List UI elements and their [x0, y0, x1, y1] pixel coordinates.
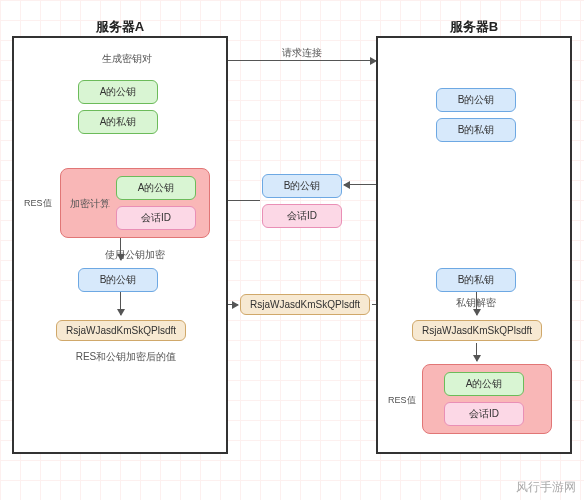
- serverB-inner-a-pub: A的公钥: [444, 372, 524, 396]
- res-cipher-label: RES和公钥加密后的值: [66, 350, 186, 364]
- mid-cipher-box: RsjaWJasdKmSkQPlsdft: [240, 294, 370, 315]
- serverB-b-priv2-box: B的私钥: [436, 268, 516, 292]
- arrow-a2: [120, 291, 121, 315]
- watermark: 风行手游网: [516, 479, 576, 496]
- gen-keys-label: 生成密钥对: [92, 52, 162, 66]
- serverB-res-label: RES值: [388, 394, 416, 407]
- serverB-b-priv-box: B的私钥: [436, 118, 516, 142]
- inner-a-pub-box: A的公钥: [116, 176, 196, 200]
- use-pubkey-label: 使用公钥加密: [90, 248, 180, 262]
- server-a-title: 服务器A: [96, 18, 144, 36]
- mid-session-box: 会话ID: [262, 204, 342, 228]
- inner-session-box: 会话ID: [116, 206, 196, 230]
- a-private-key-box: A的私钥: [78, 110, 158, 134]
- serverB-cipher-box: RsjaWJasdKmSkQPlsdft: [412, 320, 542, 341]
- serverB-b-pub-box: B的公钥: [436, 88, 516, 112]
- serverA-res-label: RES值: [24, 197, 52, 210]
- serverB-inner-session: 会话ID: [444, 402, 524, 426]
- arrow-b2: [476, 343, 477, 361]
- a-public-key-box: A的公钥: [78, 80, 158, 104]
- mid-b-pub-box: B的公钥: [262, 174, 342, 198]
- serverA-b-pub-box: B的公钥: [78, 268, 158, 292]
- arrow-return-in1: [344, 184, 376, 185]
- compute-label: 加密计算: [68, 197, 112, 211]
- priv-decrypt-label: 私钥解密: [448, 296, 504, 310]
- serverA-cipher-box: RsjaWJasdKmSkQPlsdft: [56, 320, 186, 341]
- arrow-req-label: 请求连接: [272, 46, 332, 60]
- server-b-title: 服务器B: [450, 18, 498, 36]
- arrow-req: [228, 60, 376, 61]
